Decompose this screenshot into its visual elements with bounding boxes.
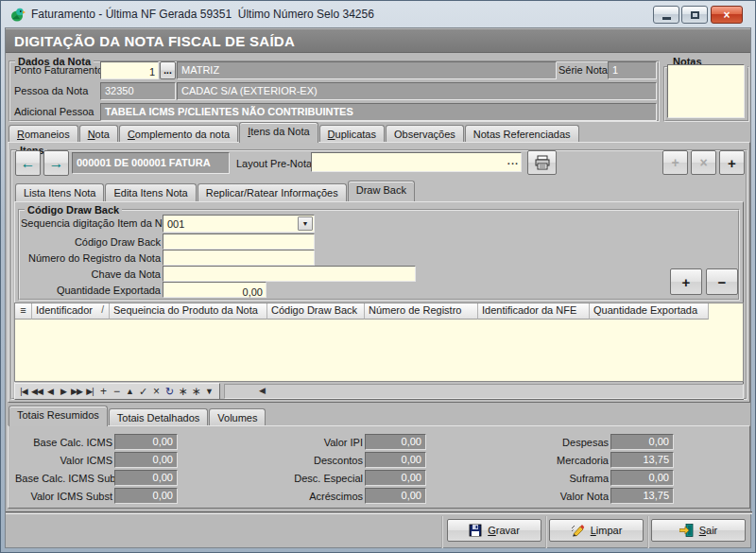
tab-duplicatas[interactable]: Duplicatas — [319, 125, 385, 143]
item-position-panel: 000001 DE 000001 FATURA — [72, 152, 230, 174]
title-bar[interactable]: Faturamento - Última NF Gerada 59351 Últ… — [1, 1, 755, 27]
grid-horizontal-scrollbar[interactable]: ◀ — [224, 384, 744, 399]
base-calc-icms-value: 0,00 — [114, 434, 178, 450]
acrescimos-label: Acréscimos — [242, 491, 363, 502]
main-tab-strip: Romaneios Nota Complemento da nota Itens… — [9, 122, 580, 143]
grid-corner-button[interactable]: ≡ — [15, 303, 32, 320]
ponto-faturamento-input[interactable] — [101, 64, 158, 80]
navigator-edit-button[interactable]: ▲ — [123, 384, 136, 399]
column-header-numero-registro[interactable]: Número de Registro — [365, 303, 478, 320]
layout-pre-nota-field: ... — [311, 152, 522, 172]
insert-item-button[interactable]: + — [719, 150, 745, 175]
column-header-codigo-draw-back[interactable]: Código Draw Back — [267, 303, 365, 320]
tab-nota[interactable]: Nota — [79, 125, 118, 143]
navigator-next-page-button[interactable]: ▶▶ — [70, 384, 83, 399]
drawback-remove-button[interactable]: − — [706, 268, 738, 295]
quantidade-exportada-label: Quantidade Exportada — [21, 285, 161, 296]
add-item-button[interactable]: + — [662, 150, 688, 175]
numero-registro-field — [163, 250, 315, 266]
suframa-label: Suframa — [488, 473, 609, 484]
adicional-pessoa-field: TABELA ICMS P/CLIENTES NÃO CONTRIBUINTES — [100, 103, 657, 121]
grid-body-empty[interactable] — [15, 320, 743, 382]
sequencia-item-combobox[interactable]: 001 ▼ — [163, 215, 315, 233]
navigator-next-button[interactable]: ▶ — [57, 384, 70, 399]
tab-notas-referenciadas[interactable]: Notas Referenciadas — [465, 125, 579, 143]
tab-itens-da-nota[interactable]: Itens da Nota — [239, 122, 318, 143]
valor-icms-subst-value: 0,00 — [114, 488, 178, 504]
valor-nota-value: 13,75 — [610, 488, 674, 504]
sair-label: Sair — [699, 525, 718, 536]
navigator-refresh-button[interactable]: ↻ — [163, 384, 176, 399]
previous-item-button[interactable]: ← — [15, 150, 41, 176]
tab-observacoes[interactable]: Observações — [386, 125, 464, 143]
navigator-last-button[interactable]: ▶| — [83, 384, 96, 399]
print-button[interactable] — [527, 150, 557, 175]
navigator-post-button[interactable]: ✓ — [136, 384, 149, 399]
gravar-button[interactable]: Gravar — [447, 519, 541, 542]
drawback-add-button[interactable]: + — [670, 268, 702, 295]
numero-registro-label: Número do Registro da Nota — [21, 252, 161, 264]
tab-lista-itens-nota[interactable]: Lista Itens Nota — [15, 183, 104, 201]
navigator-delete-button[interactable]: − — [110, 384, 123, 399]
minimize-button[interactable] — [653, 6, 679, 24]
maximize-button[interactable] — [681, 6, 708, 24]
column-header-identificador[interactable]: Identificador/ — [32, 303, 110, 320]
limpar-label: Limpar — [591, 525, 623, 536]
navigator-cancel-button[interactable]: × — [149, 384, 163, 399]
descontos-value: 0,00 — [365, 452, 426, 468]
tab-romaneios[interactable]: Romaneios — [9, 125, 78, 143]
tab-edita-itens-nota[interactable]: Edita Itens Nota — [105, 183, 196, 201]
tab-volumes[interactable]: Volumes — [209, 408, 266, 426]
desc-especial-label: Desc. Especial — [242, 473, 363, 484]
navigator-insert-button[interactable]: + — [96, 384, 110, 399]
next-item-button[interactable]: → — [43, 150, 69, 176]
ponto-faturamento-field — [100, 61, 159, 79]
ponto-faturamento-descricao: MATRIZ — [177, 61, 557, 79]
navigator-filter-button[interactable]: ▼ — [202, 384, 215, 399]
notas-geradas-list[interactable] — [667, 64, 745, 118]
x-icon: × — [699, 155, 707, 170]
column-header-quantidade-exportada[interactable]: Quantidade Exportada — [590, 303, 709, 320]
navigator-prior-button[interactable]: ◀ — [43, 384, 57, 399]
quantidade-exportada-input[interactable] — [163, 285, 266, 300]
footer-separator — [545, 516, 547, 548]
navigator-bookmark-button[interactable]: ∗ — [176, 384, 189, 399]
tab-draw-back[interactable]: Draw Back — [348, 181, 415, 201]
insert-cross-icon: + — [728, 155, 736, 171]
ponto-faturamento-browse-button[interactable]: ... — [160, 61, 176, 79]
layout-pre-nota-input[interactable] — [312, 154, 501, 172]
chave-da-nota-label: Chave da Nota — [21, 268, 161, 280]
page-title: DIGITAÇÃO DA NOTA FISCAL DE SAÍDA — [14, 33, 295, 49]
scroll-left-icon[interactable]: ◀ — [259, 386, 266, 395]
tab-complemento-da-nota[interactable]: Complemento da nota — [119, 125, 238, 143]
navigator-prior-page-button[interactable]: ◀◀ — [30, 384, 43, 399]
printer-icon — [534, 155, 551, 170]
grid-header-row: ≡ Identificador/ Sequeincia do Produto d… — [15, 303, 743, 320]
sair-button[interactable]: Sair — [651, 519, 746, 542]
minus-icon: − — [718, 274, 727, 290]
footer-separator — [647, 516, 649, 548]
base-calc-icms-label: Base Calc. ICMS — [15, 437, 112, 448]
close-button[interactable]: × — [711, 6, 743, 24]
delete-item-button[interactable]: × — [691, 150, 716, 175]
navigator-goto-bookmark-button[interactable]: ∗ — [189, 384, 202, 399]
chave-da-nota-field — [163, 266, 416, 282]
tab-replicar-ratear-informacoes[interactable]: Replicar/Ratear Informações — [198, 183, 347, 201]
layout-pre-nota-browse-button[interactable]: ... — [507, 155, 519, 166]
base-calc-icms-subst-value: 0,00 — [114, 470, 178, 486]
navigator-first-button[interactable]: |◀ — [17, 384, 30, 399]
column-header-identificador-nfe[interactable]: Identificador da NFE — [478, 303, 590, 320]
eraser-pencil-icon — [571, 524, 585, 537]
form-header: DIGITAÇÃO DA NOTA FISCAL DE SAÍDA — [6, 29, 750, 53]
limpar-button[interactable]: Limpar — [549, 519, 644, 542]
drawback-grid[interactable]: ≡ Identificador/ Sequeincia do Produto d… — [14, 302, 744, 382]
mercadoria-value: 13,75 — [610, 452, 674, 468]
save-icon — [469, 524, 482, 537]
column-header-sequencia-produto[interactable]: Sequeincia do Produto da Nota — [110, 303, 267, 320]
tab-totais-resumidos[interactable]: Totais Resumidos — [9, 406, 108, 426]
base-calc-icms-subst-label: Base Calc. ICMS Subst — [15, 473, 112, 484]
tab-totais-detalhados[interactable]: Totais Detalhados — [109, 408, 208, 426]
totais-tab-strip: Totais Resumidos Totais Detalhados Volum… — [9, 406, 266, 426]
chevron-down-icon[interactable]: ▼ — [298, 216, 313, 231]
grid-navigator: |◀ ◀◀ ◀ ▶ ▶▶ ▶| + − ▲ ✓ × ↻ ∗ ∗ ▼ — [14, 383, 220, 400]
